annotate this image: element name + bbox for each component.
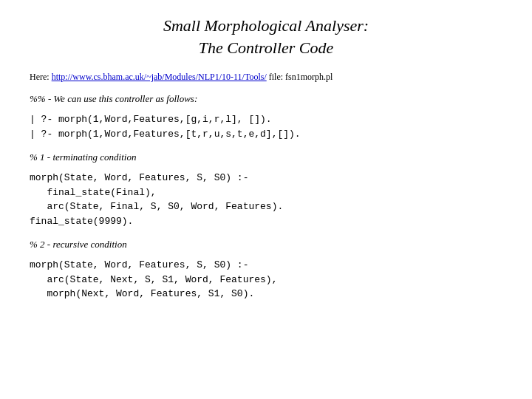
section1-code: morph(State, Word, Features, S, S0) :- f… [30,171,502,228]
intro-comment: %% - We can use this controller as follo… [30,93,502,105]
title-line2: The Controller Code [30,37,502,59]
file-label: file: fsn1morph.pl [267,72,333,82]
section2-comment: % 2 - recursive condition [30,239,502,250]
header-prefix: Here: [30,72,52,82]
example-line1: | ?- morph(1,Word,Features,[g,i,r,l], []… [30,114,272,125]
example-line2: | ?- morph(1,Word,Features,[t,r,u,s,t,e,… [30,129,301,140]
header-link[interactable]: http://www.cs.bham.ac.uk/~jab/Modules/NL… [52,72,267,82]
section1-comment: % 1 - terminating condition [30,151,502,163]
section2-code: morph(State, Word, Features, S, S0) :- a… [30,258,502,301]
page: Small Morphological Analyser: The Contro… [0,0,532,399]
header-info: Here: http://www.cs.bham.ac.uk/~jab/Modu… [30,72,502,83]
title-block: Small Morphological Analyser: The Contro… [30,15,502,58]
title-line1: Small Morphological Analyser: [30,15,502,37]
example-queries: | ?- morph(1,Word,Features,[g,i,r,l], []… [30,112,502,141]
